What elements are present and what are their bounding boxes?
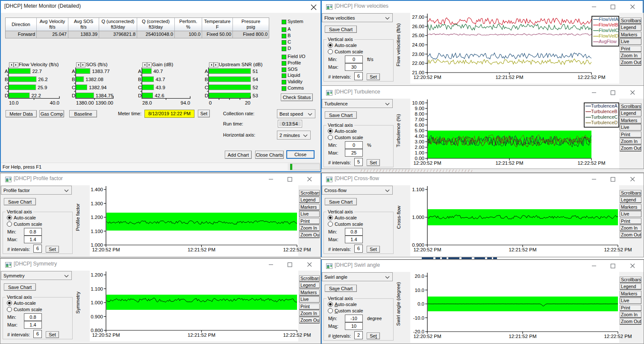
svg-text:52: 52 [253, 85, 258, 90]
svg-text:12:21:52 PM: 12:21:52 PM [509, 334, 536, 339]
svg-text:1.000: 1.000 [91, 300, 103, 305]
svg-text:12:21:52 PM: 12:21:52 PM [188, 247, 215, 252]
svg-text:3.00: 3.00 [415, 139, 424, 144]
svg-text:12:22:52 PM: 12:22:52 PM [283, 332, 311, 338]
svg-text:D: D [205, 93, 208, 98]
svg-text:-10.0: -10.0 [413, 315, 424, 321]
svg-text:B: B [205, 77, 208, 82]
svg-text:12:21:52 PM: 12:21:52 PM [509, 247, 536, 252]
svg-text:Symmetry: Symmetry [75, 292, 80, 314]
svg-text:7.00: 7.00 [415, 117, 424, 122]
svg-text:1.100: 1.100 [91, 229, 103, 234]
svg-text:AvgFlow: AvgFlow [599, 39, 617, 44]
svg-text:12:21:52 PM: 12:21:52 PM [495, 160, 523, 166]
svg-text:9.00: 9.00 [415, 106, 424, 111]
svg-text:12:20:52 PM: 12:20:52 PM [413, 334, 441, 339]
svg-text:TurbulenceC: TurbulenceC [591, 114, 618, 120]
svg-text:6.00: 6.00 [415, 122, 424, 128]
svg-text:22.00: 22.00 [412, 61, 424, 66]
svg-text:10.00: 10.00 [412, 100, 424, 105]
svg-text:8.00: 8.00 [415, 111, 424, 117]
svg-text:12:22:52 PM: 12:22:52 PM [604, 247, 632, 252]
svg-text:C: C [205, 85, 208, 90]
svg-text:Turbulence (%): Turbulence (%) [396, 114, 401, 147]
svg-text:1.300: 1.300 [91, 201, 103, 206]
svg-text:23.00: 23.00 [412, 52, 424, 57]
svg-text:0: 0 [209, 100, 212, 105]
svg-text:1.100: 1.100 [91, 286, 103, 292]
svg-text:2.00: 2.00 [415, 145, 424, 150]
svg-text:Swirl angle (degree): Swirl angle (degree) [396, 282, 401, 326]
svg-text:25.00: 25.00 [412, 33, 424, 38]
svg-text:1.200: 1.200 [91, 215, 103, 220]
svg-text:1.000: 1.000 [412, 215, 424, 220]
svg-text:TurbulenceB: TurbulenceB [591, 109, 618, 114]
svg-text:4.00: 4.00 [415, 134, 424, 139]
svg-text:12:22:52 PM: 12:22:52 PM [577, 160, 605, 166]
svg-text:27.00: 27.00 [412, 15, 424, 20]
svg-text:A: A [205, 69, 208, 74]
svg-text:0.0: 0.0 [418, 301, 424, 306]
svg-text:FlowVelC: FlowVelC [599, 28, 619, 33]
svg-text:54: 54 [253, 77, 258, 82]
svg-text:FlowVelA: FlowVelA [599, 17, 619, 22]
svg-text:12:20:52 PM: 12:20:52 PM [92, 332, 120, 338]
svg-text:12:21:52 PM: 12:21:52 PM [188, 332, 215, 338]
svg-text:53: 53 [253, 93, 258, 98]
svg-text:51: 51 [253, 69, 258, 74]
svg-text:12:20:52 PM: 12:20:52 PM [413, 247, 441, 252]
svg-text:24.00: 24.00 [412, 42, 424, 47]
svg-text:12:20:52 PM: 12:20:52 PM [413, 75, 441, 80]
svg-text:5.00: 5.00 [415, 128, 424, 133]
svg-text:Flow velocities (ft/s): Flow velocities (ft/s) [396, 23, 401, 66]
svg-text:1.00: 1.00 [415, 150, 424, 155]
svg-text:10.0: 10.0 [415, 288, 424, 293]
svg-text:Cross-flow: Cross-flow [396, 205, 401, 229]
svg-text:20: 20 [245, 100, 250, 105]
svg-text:26.00: 26.00 [412, 24, 424, 29]
svg-text:12:22:52 PM: 12:22:52 PM [577, 75, 605, 80]
svg-text:1.200: 1.200 [91, 272, 103, 277]
svg-text:12:22:52 PM: 12:22:52 PM [283, 247, 311, 252]
svg-text:0.900: 0.900 [91, 314, 103, 319]
svg-text:20.0: 20.0 [415, 274, 424, 279]
svg-text:1.100: 1.100 [412, 187, 424, 192]
svg-text:TurbulenceD: TurbulenceD [591, 120, 618, 125]
svg-text:12:20:52 PM: 12:20:52 PM [92, 247, 120, 252]
svg-text:12:22:52 PM: 12:22:52 PM [604, 334, 632, 339]
svg-text:Profile factor: Profile factor [75, 204, 80, 231]
svg-text:TurbulenceA: TurbulenceA [591, 103, 618, 108]
svg-text:12:21:52 PM: 12:21:52 PM [495, 75, 523, 80]
svg-text:FlowVelB: FlowVelB [599, 22, 618, 27]
svg-text:FlowVelD: FlowVelD [599, 33, 619, 38]
svg-text:1.400: 1.400 [91, 187, 103, 192]
svg-text:12:20:52 PM: 12:20:52 PM [413, 160, 441, 166]
